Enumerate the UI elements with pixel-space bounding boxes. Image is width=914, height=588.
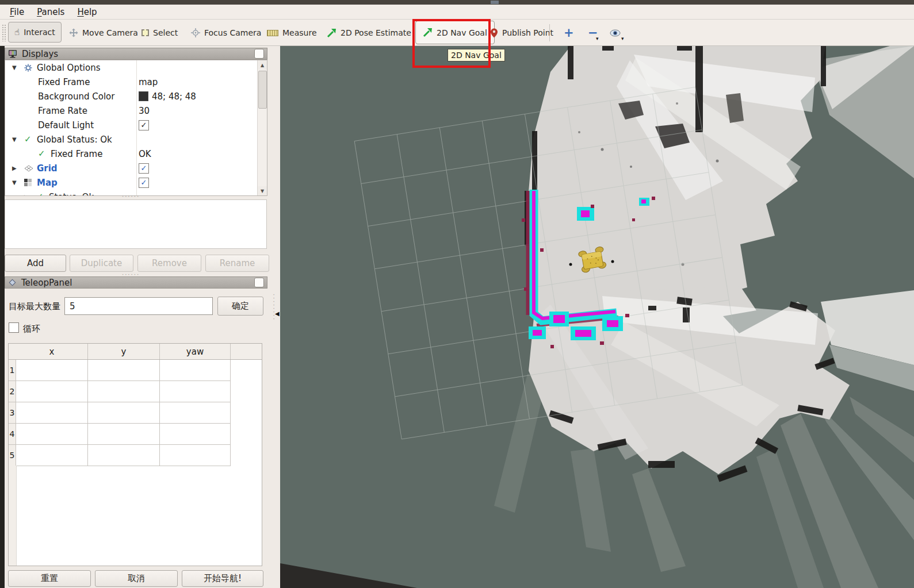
table-cell-yaw[interactable] <box>160 424 231 445</box>
displays-tree[interactable]: ▼Global OptionsFixed FramemapBackground … <box>5 60 267 196</box>
expander-closed-icon[interactable]: ▶ <box>24 194 36 196</box>
row-number[interactable]: 4 <box>9 424 16 445</box>
tool-2d-pose-estimate[interactable]: 2D Pose Estimate <box>327 20 411 46</box>
display-row-grid[interactable]: ▶Grid✓ <box>5 161 265 175</box>
重置-button[interactable]: 重置 <box>8 570 91 587</box>
value-text[interactable]: 30 <box>139 106 150 116</box>
display-row-value[interactable]: map <box>139 75 158 89</box>
display-row-frame-rate[interactable]: Frame Rate30 <box>5 103 267 118</box>
expander-open-icon[interactable]: ▼ <box>12 64 24 71</box>
expander-open-icon[interactable]: ▼ <box>12 136 24 143</box>
display-row-value[interactable]: 30 <box>139 103 150 118</box>
dock-collapse-handle[interactable]: ◀ <box>275 310 280 317</box>
color-swatch[interactable] <box>139 91 148 101</box>
tool-measure[interactable]: Measure <box>267 20 317 46</box>
display-row-value[interactable]: OK <box>139 147 151 161</box>
display-row-value[interactable]: ✓ <box>139 118 149 132</box>
column-header-x[interactable]: x <box>16 344 88 359</box>
display-row-value[interactable]: ✓ <box>139 175 149 190</box>
display-row-fixed-frame[interactable]: ✓Fixed FrameOK <box>5 147 267 161</box>
value-text[interactable]: map <box>139 77 158 87</box>
menu-item-help[interactable]: Help <box>71 6 103 18</box>
row-number[interactable]: 5 <box>9 445 16 466</box>
table-cell-y[interactable] <box>88 424 160 445</box>
splitter-handle[interactable]: ······ <box>122 193 140 199</box>
remove-button[interactable]: Remove <box>137 255 201 272</box>
tool-select[interactable]: Select <box>142 20 178 46</box>
display-row-label: Background Color <box>38 91 114 102</box>
table-cell-x[interactable] <box>16 381 88 402</box>
teleop-float-button[interactable] <box>254 278 264 287</box>
display-row-fixed-frame[interactable]: Fixed Framemap <box>5 75 267 89</box>
focus-icon <box>191 28 200 37</box>
取消-button[interactable]: 取消 <box>95 570 178 587</box>
loop-checkbox[interactable] <box>9 322 19 333</box>
tree-scrollbar[interactable]: ▲ ▼ <box>257 60 267 195</box>
table-cell-y[interactable] <box>88 445 160 466</box>
expander-closed-icon[interactable]: ▶ <box>12 165 24 171</box>
menu-item-panels[interactable]: Panels <box>30 6 71 18</box>
camera-visibility-button[interactable] <box>610 20 621 46</box>
scroll-down-icon[interactable]: ▼ <box>258 186 267 195</box>
left-dock: Displays ▼Global OptionsFixed FramemapBa… <box>0 46 280 588</box>
table-cell-yaw[interactable] <box>160 445 231 466</box>
display-row-background-color[interactable]: Background Color48; 48; 48 <box>5 89 267 103</box>
row-number[interactable]: 1 <box>9 360 16 381</box>
display-row-global-status-ok[interactable]: ▼✓Global Status: Ok <box>5 132 265 147</box>
tool-publish-point[interactable]: Publish Point <box>490 20 553 46</box>
display-row-default-light[interactable]: Default Light✓ <box>5 118 267 132</box>
table-cell-yaw[interactable] <box>160 381 231 402</box>
displays-panel-header[interactable]: Displays <box>5 48 267 60</box>
row-checkbox[interactable]: ✓ <box>139 178 149 188</box>
row-number[interactable]: 3 <box>9 402 16 424</box>
table-cell-x[interactable] <box>16 360 88 381</box>
table-cell-y[interactable] <box>88 402 160 424</box>
menu-item-file[interactable]: File <box>3 6 30 18</box>
toolbar-separator <box>549 24 550 41</box>
visibility-dropdown-icon[interactable]: ▾ <box>621 36 624 41</box>
rename-button[interactable]: Rename <box>205 255 269 272</box>
display-row-value[interactable]: ✓ <box>139 161 149 175</box>
confirm-button[interactable]: 确定 <box>217 297 263 316</box>
checkmark-icon: ✓ <box>141 164 147 172</box>
toolbar-grip[interactable] <box>2 24 6 41</box>
teleop-panel-header[interactable]: TeleopPanel <box>5 276 267 289</box>
开始导航-button[interactable]: 开始导航! <box>182 570 263 587</box>
row-checkbox[interactable]: ✓ <box>139 163 149 174</box>
table-cell-x[interactable] <box>16 445 88 466</box>
goal-count-input[interactable] <box>64 297 213 315</box>
tool-focus-camera[interactable]: Focus Camera <box>191 20 261 46</box>
tool-interact[interactable]: ☝Interact <box>8 22 62 43</box>
tool-move-camera[interactable]: Move Camera <box>69 20 138 46</box>
table-cell-x[interactable] <box>16 424 88 445</box>
titlebar-fragment <box>491 1 499 4</box>
value-text[interactable]: OK <box>139 149 151 159</box>
table-row-filler <box>231 381 262 402</box>
value-text[interactable]: 48; 48; 48 <box>152 91 196 102</box>
displays-float-button[interactable] <box>254 49 264 59</box>
3d-viewport[interactable] <box>280 46 914 588</box>
row-checkbox[interactable]: ✓ <box>139 120 149 130</box>
display-row-map[interactable]: ▼Map✓ <box>5 175 265 190</box>
goal-table[interactable]: xyyaw 12345 <box>8 343 262 566</box>
table-cell-y[interactable] <box>88 360 160 381</box>
table-cell-yaw[interactable] <box>160 360 231 381</box>
zoom-in-button[interactable]: + <box>564 20 574 46</box>
display-row-value[interactable]: 48; 48; 48 <box>139 89 196 103</box>
scrollbar-thumb[interactable] <box>258 71 267 109</box>
table-cell-x[interactable] <box>16 402 88 424</box>
table-row-filler <box>231 445 262 466</box>
scroll-up-icon[interactable]: ▲ <box>258 60 267 70</box>
table-cell-y[interactable] <box>88 381 160 402</box>
row-icon-slot: ✓ <box>36 193 49 196</box>
expander-open-icon[interactable]: ▼ <box>12 179 24 186</box>
zoom-out-button[interactable]: − <box>588 20 598 46</box>
add-button[interactable]: Add <box>5 255 66 272</box>
duplicate-button[interactable]: Duplicate <box>70 255 133 272</box>
table-cell-yaw[interactable] <box>160 402 231 424</box>
display-row-global-options[interactable]: ▼Global Options <box>5 60 265 75</box>
column-header-yaw[interactable]: yaw <box>160 344 231 359</box>
zoom-out-dropdown-icon[interactable]: ▾ <box>596 36 599 41</box>
column-header-y[interactable]: y <box>88 344 160 359</box>
row-number[interactable]: 2 <box>9 381 16 402</box>
